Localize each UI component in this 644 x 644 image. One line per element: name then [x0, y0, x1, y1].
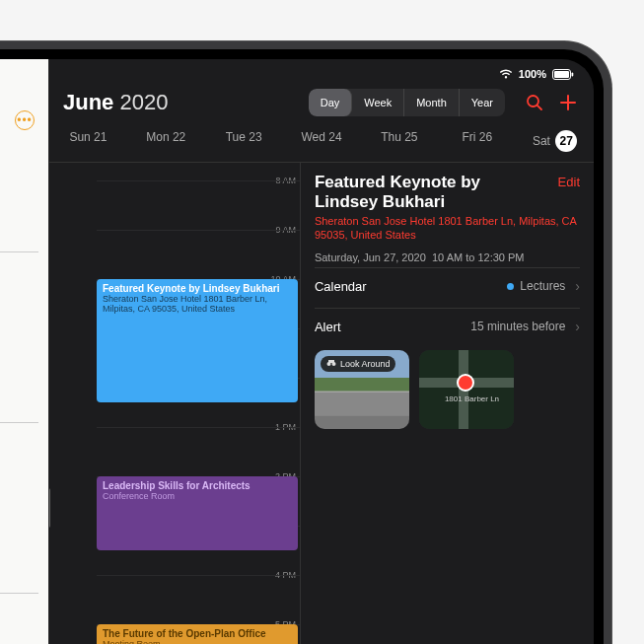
calendar-event[interactable]: The Future of the Open-Plan OfficeMeetin… — [97, 624, 298, 644]
event-detail-pane: Edit Featured Keynote by Lindsey Bukhari… — [300, 163, 594, 644]
ruled-line — [0, 251, 38, 252]
split-view-handle[interactable] — [49, 488, 50, 528]
event-block-location: Conference Room — [103, 491, 292, 501]
split-view-left-app[interactable]: ••• — [0, 59, 49, 644]
weekday-sat[interactable]: Sat 27 — [516, 128, 594, 154]
weekday-sun[interactable]: Sun 21 — [49, 128, 127, 154]
event-title: Featured Keynote by Lindsey Bukhari — [315, 173, 580, 213]
view-segmented-control[interactable]: DayWeekMonthYear — [309, 89, 505, 116]
svg-rect-9 — [328, 360, 334, 363]
title-year: 2020 — [119, 90, 168, 114]
screen: ••• 100% June 2020 DayWeekMonthYe — [0, 59, 594, 644]
battery-percent: 100% — [519, 68, 546, 80]
calendar-event[interactable]: Featured Keynote by Lindsey BukhariShera… — [97, 279, 298, 402]
event-block-location: Meeting Room — [103, 639, 292, 644]
weekday-wed[interactable]: Wed 24 — [283, 128, 361, 154]
event-location[interactable]: Sheraton San Jose Hotel 1801 Barber Ln, … — [315, 215, 580, 243]
map-tile[interactable]: 1801 Barber Ln — [419, 350, 514, 429]
alert-value: 15 minutes before — [470, 320, 565, 333]
title-month: June — [63, 90, 113, 114]
binoculars-icon — [326, 359, 336, 369]
day-timeline[interactable]: 8 AM9 AM10 AM11 AMNoon1 PM2 PM3 PM4 PM5 … — [49, 163, 300, 644]
event-datetime: Saturday, Jun 27, 2020 10 AM to 12:30 PM — [315, 251, 580, 263]
view-tab-year[interactable]: Year — [460, 89, 505, 116]
ruled-line — [0, 422, 38, 423]
map-address-label: 1801 Barber Ln — [445, 395, 499, 403]
week-day-picker: Sun 21Mon 22Tue 23Wed 24Thu 25Fri 26Sat … — [49, 126, 594, 163]
view-tab-week[interactable]: Week — [352, 89, 404, 116]
svg-rect-2 — [572, 72, 574, 76]
edit-button[interactable]: Edit — [558, 175, 580, 189]
device-frame: ••• 100% June 2020 DayWeekMonthYe — [0, 49, 604, 644]
alert-row-label: Alert — [315, 320, 341, 334]
weekday-mon[interactable]: Mon 22 — [127, 128, 205, 154]
page-title[interactable]: June 2020 — [63, 90, 168, 115]
view-tab-day[interactable]: Day — [309, 89, 353, 116]
wifi-icon — [499, 69, 513, 79]
chevron-right-icon: › — [575, 278, 580, 294]
grid-line — [97, 230, 300, 231]
chevron-right-icon: › — [575, 319, 580, 334]
battery-icon — [552, 69, 574, 80]
event-block-title: Featured Keynote by Lindsey Bukhari — [103, 283, 292, 294]
calendar-row[interactable]: Calendar Lectures › — [315, 267, 580, 304]
weekday-fri[interactable]: Fri 26 — [438, 128, 516, 154]
calendar-name: Lectures — [520, 279, 565, 293]
event-block-location: Sheraton San Jose Hotel 1801 Barber Ln, … — [103, 294, 292, 314]
calendar-event[interactable]: Leadership Skills for ArchitectsConferen… — [97, 476, 298, 550]
grid-line — [97, 180, 300, 181]
event-block-title: The Future of the Open-Plan Office — [103, 628, 292, 639]
calendar-color-dot — [507, 283, 514, 290]
view-tab-month[interactable]: Month — [404, 89, 460, 116]
add-event-button[interactable] — [556, 91, 580, 114]
calendar-row-label: Calendar — [315, 279, 367, 294]
weekday-tue[interactable]: Tue 23 — [205, 128, 283, 154]
grid-line — [97, 427, 300, 428]
status-bar: 100% — [49, 59, 594, 83]
more-icon[interactable]: ••• — [15, 110, 35, 130]
map-previews: Look Around 1801 Barber Ln — [315, 350, 580, 429]
search-icon[interactable] — [523, 91, 546, 114]
ruled-line — [0, 593, 38, 594]
weekday-thu[interactable]: Thu 25 — [360, 128, 438, 154]
header: June 2020 DayWeekMonthYear — [49, 83, 594, 126]
svg-line-4 — [537, 106, 541, 109]
grid-line — [97, 575, 300, 576]
alert-row[interactable]: Alert 15 minutes before › — [315, 308, 580, 344]
look-around-badge: Look Around — [321, 356, 396, 372]
content-area: 8 AM9 AM10 AM11 AMNoon1 PM2 PM3 PM4 PM5 … — [49, 163, 594, 644]
svg-rect-1 — [554, 71, 569, 78]
event-block-title: Leadership Skills for Architects — [103, 480, 292, 491]
calendar-app: 100% June 2020 DayWeekMonthYear Sun 21 — [49, 59, 594, 644]
look-around-tile[interactable]: Look Around — [315, 350, 409, 429]
